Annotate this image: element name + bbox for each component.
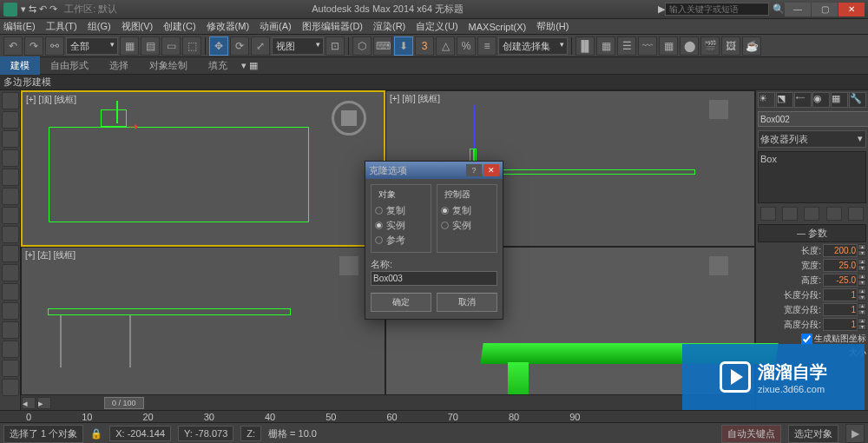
tool-icon[interactable] xyxy=(2,149,19,167)
quick-access-icon[interactable]: ▾ ⇆ ↶ ↷ xyxy=(21,3,57,15)
spinner-up-icon[interactable]: ▴ xyxy=(858,303,866,309)
radio-ctrl-copy[interactable]: 复制 xyxy=(441,204,493,217)
material-editor-icon[interactable]: ⬤ xyxy=(680,36,699,56)
menu-views[interactable]: 视图(V) xyxy=(122,20,154,33)
close-button[interactable]: ✕ xyxy=(838,3,865,17)
create-tab-icon[interactable]: ☀ xyxy=(758,92,775,108)
select-move-icon[interactable]: ✥ xyxy=(209,36,228,56)
timeslider-next-icon[interactable]: ▸ xyxy=(37,397,51,409)
angle-snap-icon[interactable]: 3 xyxy=(415,36,434,56)
edit-named-sel-icon[interactable]: ≡ xyxy=(477,36,496,56)
tab-objectpaint[interactable]: 对象绘制 xyxy=(139,56,198,75)
clone-name-input[interactable] xyxy=(371,271,497,286)
tool-icon[interactable] xyxy=(2,302,19,320)
tool-icon[interactable] xyxy=(2,92,19,109)
spinner-down-icon[interactable]: ▾ xyxy=(858,309,866,315)
select-name-icon[interactable]: ▤ xyxy=(141,36,160,56)
refcoord-dropdown[interactable]: 视图 xyxy=(272,37,324,55)
mirror-icon[interactable]: ▐▌ xyxy=(575,36,595,56)
tool-icon[interactable] xyxy=(2,245,19,262)
tool-icon[interactable] xyxy=(2,130,19,148)
menu-rendering[interactable]: 渲染(R) xyxy=(373,20,405,33)
curve-editor-icon[interactable]: 〰 xyxy=(638,36,657,56)
remove-mod-icon[interactable] xyxy=(826,207,842,221)
help-search-input[interactable] xyxy=(665,3,769,16)
spinner-up-icon[interactable]: ▴ xyxy=(858,288,866,294)
named-selection-dropdown[interactable]: 创建选择集 xyxy=(498,37,568,55)
menu-help[interactable]: 帮助(H) xyxy=(536,20,569,33)
width-input[interactable] xyxy=(823,259,858,272)
select-scale-icon[interactable]: ⤢ xyxy=(251,36,270,56)
time-slider-handle[interactable]: 0 / 100 xyxy=(104,397,144,409)
menu-grapheditors[interactable]: 图形编辑器(D) xyxy=(302,20,363,33)
viewport-label[interactable]: [+] [前] [线框] xyxy=(390,93,440,105)
tool-icon[interactable] xyxy=(2,226,19,243)
spinner-up-icon[interactable]: ▴ xyxy=(858,244,866,250)
ok-button[interactable]: 确定 xyxy=(371,293,431,312)
radio-instance[interactable]: 实例 xyxy=(375,219,427,232)
tool-icon[interactable] xyxy=(2,264,19,281)
key-filter-dropdown[interactable]: 选定对象 xyxy=(788,425,838,443)
hsegs-input[interactable] xyxy=(823,318,858,331)
modifier-stack[interactable]: Box xyxy=(758,151,866,203)
spinner-snap-icon[interactable]: % xyxy=(457,36,476,56)
polygon-modeling-label[interactable]: 多边形建模 xyxy=(3,76,51,89)
radio-copy[interactable]: 复制 xyxy=(375,204,427,217)
tool-icon[interactable] xyxy=(2,169,19,186)
object-name-input[interactable] xyxy=(758,111,868,127)
parameters-rollout-header[interactable]: — 参数 xyxy=(758,224,866,242)
align-icon[interactable]: ▦ xyxy=(596,36,615,56)
snap-toggle-icon[interactable]: ⬇ xyxy=(394,36,413,56)
wsegs-input[interactable] xyxy=(823,303,858,316)
unique-icon[interactable] xyxy=(804,207,819,221)
tool-icon[interactable] xyxy=(2,207,19,224)
radio-ctrl-instance[interactable]: 实例 xyxy=(441,219,493,232)
height-input[interactable] xyxy=(823,274,858,287)
menu-maxscript[interactable]: MAXScript(X) xyxy=(469,22,527,32)
tool-icon[interactable] xyxy=(2,379,19,396)
display-tab-icon[interactable]: ▦ xyxy=(831,92,848,108)
spinner-up-icon[interactable]: ▴ xyxy=(858,259,866,265)
render-icon[interactable]: ☕ xyxy=(742,36,761,56)
link-icon[interactable]: ⚯ xyxy=(45,36,64,56)
dialog-close-icon[interactable]: ✕ xyxy=(483,164,499,176)
manipulate-icon[interactable]: ⬡ xyxy=(352,36,372,56)
tab-populate[interactable]: 填充 xyxy=(198,56,238,75)
configure-icon[interactable] xyxy=(848,207,864,221)
lsegs-input[interactable] xyxy=(823,288,858,301)
show-end-icon[interactable] xyxy=(782,207,798,221)
modify-tab-icon[interactable]: ⬔ xyxy=(776,92,793,108)
dialog-help-icon[interactable]: ? xyxy=(466,164,482,176)
menu-animation[interactable]: 动画(A) xyxy=(260,20,292,33)
tool-icon[interactable] xyxy=(2,283,19,301)
tool-icon[interactable] xyxy=(2,360,19,377)
keyboard-icon[interactable]: ⌨ xyxy=(373,36,392,56)
viewcube-icon[interactable] xyxy=(709,100,728,119)
coord-x[interactable]: X: -204.144 xyxy=(109,426,171,441)
render-setup-icon[interactable]: 🎬 xyxy=(700,36,720,56)
hierarchy-tab-icon[interactable]: ⬳ xyxy=(794,92,812,108)
menu-edit[interactable]: 编辑(E) xyxy=(3,20,36,33)
spinner-up-icon[interactable]: ▴ xyxy=(858,318,866,324)
viewcube-icon[interactable] xyxy=(709,256,728,275)
menu-modifiers[interactable]: 修改器(M) xyxy=(207,20,250,33)
tool-icon[interactable] xyxy=(2,321,19,339)
lock-icon[interactable]: 🔒 xyxy=(90,428,102,440)
spinner-down-icon[interactable]: ▾ xyxy=(858,265,866,271)
layers-icon[interactable]: ☰ xyxy=(617,36,636,56)
viewcube-icon[interactable] xyxy=(339,256,358,275)
render-frame-icon[interactable]: 🖼 xyxy=(721,36,740,56)
undo-icon[interactable]: ↶ xyxy=(3,36,23,56)
menu-create[interactable]: 创建(C) xyxy=(163,20,195,33)
coord-y[interactable]: Y: -78.073 xyxy=(178,426,233,441)
play-icon[interactable]: ▶ xyxy=(845,424,865,443)
tool-icon[interactable] xyxy=(2,111,19,129)
search-icon[interactable]: 🔍 xyxy=(773,3,785,15)
selection-filter-dropdown[interactable]: 全部 xyxy=(66,37,118,55)
select-icon[interactable]: ▦ xyxy=(120,36,139,56)
spinner-down-icon[interactable]: ▾ xyxy=(858,294,866,301)
cancel-button[interactable]: 取消 xyxy=(437,293,497,312)
motion-tab-icon[interactable]: ◉ xyxy=(812,92,830,108)
viewport-label[interactable]: [+] [顶] [线框] xyxy=(26,94,76,106)
viewport-left[interactable]: [+] [左] [线框] xyxy=(21,247,385,410)
